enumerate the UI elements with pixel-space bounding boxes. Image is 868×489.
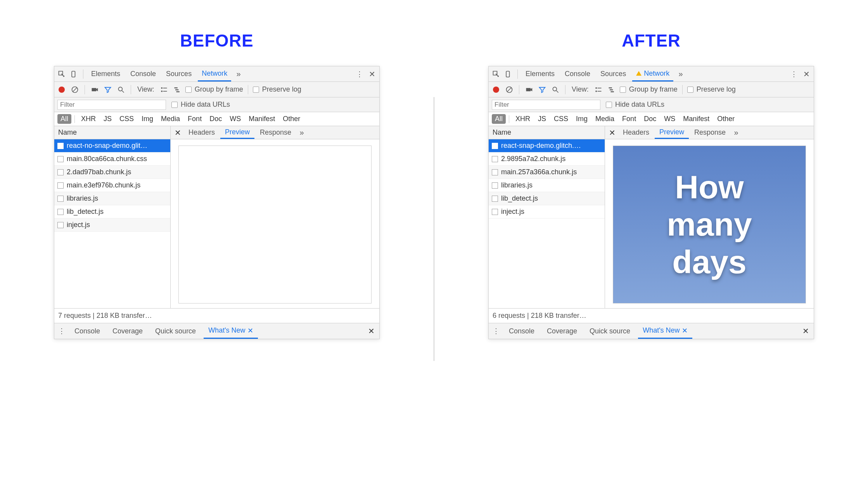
tab-preview[interactable]: Preview <box>655 126 689 139</box>
drawer-tab-quick-source[interactable]: Quick source <box>585 323 635 339</box>
request-row[interactable]: react-snap-demo.glitch.… <box>489 139 605 153</box>
chip-js[interactable]: JS <box>100 114 115 124</box>
device-toolbar-icon[interactable] <box>69 69 79 79</box>
request-row[interactable]: 2.dad97bab.chunk.js <box>54 166 170 179</box>
tab-network[interactable]: Network <box>632 66 673 82</box>
hide-data-urls-checkbox[interactable]: Hide data URLs <box>171 101 230 109</box>
settings-kebab-icon[interactable]: ⋮ <box>789 69 799 79</box>
camera-icon[interactable] <box>90 85 100 95</box>
chip-doc[interactable]: Doc <box>641 114 659 124</box>
drawer-tab-whats-new[interactable]: What's New ✕ <box>204 323 258 339</box>
more-detail-tabs-icon[interactable]: » <box>297 128 307 138</box>
group-by-frame-checkbox[interactable]: Group by frame <box>620 85 678 94</box>
request-row[interactable]: libraries.js <box>489 179 605 192</box>
close-devtools-icon[interactable]: ✕ <box>801 69 811 79</box>
drawer-kebab-icon[interactable]: ⋮ <box>57 326 67 336</box>
tab-sources[interactable]: Sources <box>162 66 195 82</box>
drawer-tab-whats-new[interactable]: What's New ✕ <box>638 323 692 339</box>
chip-other[interactable]: Other <box>714 114 738 124</box>
chip-ws[interactable]: WS <box>661 114 678 124</box>
camera-icon[interactable] <box>524 85 534 95</box>
chip-all[interactable]: All <box>57 114 71 124</box>
large-rows-icon[interactable] <box>159 85 169 95</box>
hide-data-urls-checkbox[interactable]: Hide data URLs <box>606 101 664 109</box>
clear-icon[interactable] <box>504 85 514 95</box>
inspect-icon[interactable] <box>57 69 67 79</box>
tab-elements[interactable]: Elements <box>522 66 558 82</box>
chip-doc[interactable]: Doc <box>206 114 225 124</box>
chip-manifest[interactable]: Manifest <box>680 114 712 124</box>
tab-console[interactable]: Console <box>561 66 594 82</box>
name-column-header[interactable]: Name <box>54 126 170 139</box>
chip-media[interactable]: Media <box>592 114 617 124</box>
drawer-tab-console[interactable]: Console <box>70 323 105 339</box>
chip-font[interactable]: Font <box>619 114 639 124</box>
close-devtools-icon[interactable]: ✕ <box>367 69 377 79</box>
tab-elements[interactable]: Elements <box>87 66 124 82</box>
tab-response[interactable]: Response <box>255 126 296 139</box>
tab-sources[interactable]: Sources <box>597 66 630 82</box>
chip-other[interactable]: Other <box>280 114 303 124</box>
request-row[interactable]: lib_detect.js <box>489 192 605 205</box>
chip-manifest[interactable]: Manifest <box>246 114 278 124</box>
record-icon[interactable] <box>491 85 501 95</box>
chip-xhr[interactable]: XHR <box>78 114 99 124</box>
chip-xhr[interactable]: XHR <box>512 114 533 124</box>
drawer-tab-console[interactable]: Console <box>504 323 539 339</box>
chip-css[interactable]: CSS <box>551 114 571 124</box>
search-icon[interactable] <box>116 85 126 95</box>
request-row[interactable]: main.257a366a.chunk.js <box>489 166 605 179</box>
request-row[interactable]: inject.js <box>54 218 170 232</box>
clear-icon[interactable] <box>70 85 80 95</box>
close-drawer-icon[interactable]: ✕ <box>368 326 375 336</box>
preserve-log-checkbox[interactable]: Preserve log <box>253 85 301 94</box>
device-toolbar-icon[interactable] <box>503 69 514 79</box>
chip-js[interactable]: JS <box>535 114 549 124</box>
tab-response[interactable]: Response <box>690 126 730 139</box>
more-tabs-icon[interactable]: » <box>233 69 244 79</box>
request-row[interactable]: main.80ca66ca.chunk.css <box>54 153 170 166</box>
drawer-kebab-icon[interactable]: ⋮ <box>491 326 501 336</box>
chip-css[interactable]: CSS <box>116 114 137 124</box>
close-drawer-icon[interactable]: ✕ <box>802 326 809 336</box>
close-tab-icon[interactable]: ✕ <box>682 326 688 335</box>
filter-icon[interactable] <box>103 85 113 95</box>
inspect-icon[interactable] <box>491 69 501 79</box>
drawer-tab-coverage[interactable]: Coverage <box>542 323 582 339</box>
large-rows-icon[interactable] <box>593 85 603 95</box>
request-row[interactable]: 2.9895a7a2.chunk.js <box>489 153 605 166</box>
more-detail-tabs-icon[interactable]: » <box>731 128 741 138</box>
filter-icon[interactable] <box>537 85 547 95</box>
waterfall-icon[interactable] <box>172 85 182 95</box>
chip-font[interactable]: Font <box>185 114 205 124</box>
request-row[interactable]: main.e3ef976b.chunk.js <box>54 179 170 192</box>
request-row[interactable]: lib_detect.js <box>54 205 170 218</box>
request-row[interactable]: inject.js <box>489 205 605 218</box>
tab-headers[interactable]: Headers <box>184 126 220 139</box>
preserve-log-checkbox[interactable]: Preserve log <box>687 85 736 94</box>
chip-all[interactable]: All <box>492 114 506 124</box>
settings-kebab-icon[interactable]: ⋮ <box>354 69 365 79</box>
close-tab-icon[interactable]: ✕ <box>247 326 253 335</box>
filter-input[interactable] <box>57 100 166 110</box>
waterfall-icon[interactable] <box>607 85 617 95</box>
chip-img[interactable]: Img <box>138 114 156 124</box>
more-tabs-icon[interactable]: » <box>676 69 686 79</box>
request-row[interactable]: react-no-snap-demo.glit… <box>54 139 170 153</box>
name-column-header[interactable]: Name <box>489 126 605 139</box>
tab-headers[interactable]: Headers <box>618 126 654 139</box>
tab-network[interactable]: Network <box>198 66 231 82</box>
chip-img[interactable]: Img <box>573 114 591 124</box>
filter-input[interactable] <box>492 100 600 110</box>
chip-ws[interactable]: WS <box>227 114 244 124</box>
close-details-icon[interactable]: ✕ <box>172 128 183 137</box>
request-row[interactable]: libraries.js <box>54 192 170 205</box>
tab-preview[interactable]: Preview <box>220 126 254 139</box>
drawer-tab-quick-source[interactable]: Quick source <box>150 323 201 339</box>
record-icon[interactable] <box>57 85 67 95</box>
close-details-icon[interactable]: ✕ <box>607 128 617 137</box>
chip-media[interactable]: Media <box>158 114 183 124</box>
search-icon[interactable] <box>550 85 560 95</box>
drawer-tab-coverage[interactable]: Coverage <box>108 323 147 339</box>
group-by-frame-checkbox[interactable]: Group by frame <box>185 85 243 94</box>
